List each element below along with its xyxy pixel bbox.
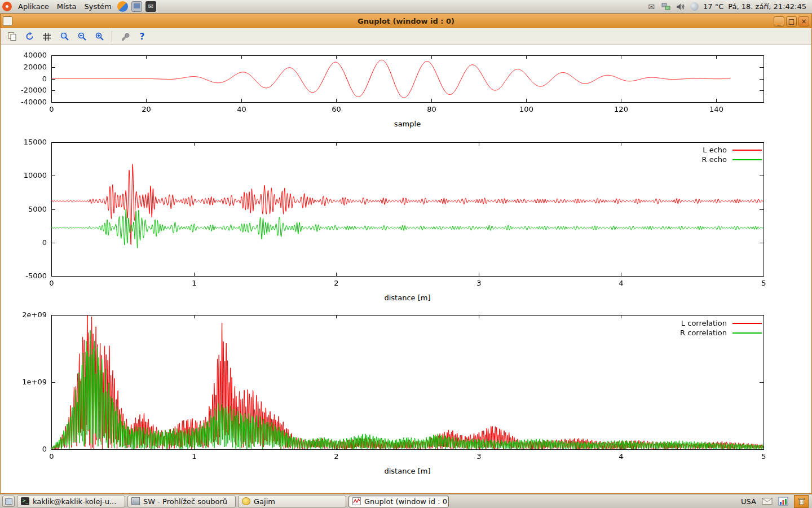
magnifier-icon bbox=[60, 32, 69, 41]
refresh-icon bbox=[25, 32, 34, 41]
top-panel: Aplikace Místa Systém ✉ ✉ bbox=[0, 0, 812, 14]
legend-label-r-echo: R echo bbox=[701, 155, 727, 164]
mail-status-icon[interactable]: ✉ bbox=[646, 2, 656, 11]
magnifier-previous-icon bbox=[77, 32, 87, 41]
window-controls: _ □ × bbox=[774, 16, 809, 27]
replot-button[interactable] bbox=[23, 30, 36, 43]
legend-label-l-correlation: L correlation bbox=[681, 319, 727, 327]
speaker-icon-svg bbox=[676, 3, 685, 11]
copy-icon bbox=[7, 32, 17, 41]
weather-icon[interactable] bbox=[690, 2, 699, 11]
network-icon-svg bbox=[661, 3, 670, 11]
task-button-file-browser[interactable]: SW - Prohlížeč souborů bbox=[127, 496, 236, 507]
mail-launcher-icon[interactable]: ✉ bbox=[145, 1, 156, 12]
legend-label-r-correlation: R correlation bbox=[680, 329, 727, 337]
legend-line-r-echo bbox=[732, 159, 762, 160]
help-icon: ? bbox=[139, 31, 144, 42]
zoom-button[interactable] bbox=[58, 30, 71, 43]
task-label: Gnuplot (window id : 0) bbox=[364, 497, 449, 506]
menu-applications[interactable]: Aplikace bbox=[14, 1, 53, 12]
toolbar-separator bbox=[112, 31, 112, 42]
task-label: Gajim bbox=[254, 497, 275, 506]
trash-applet[interactable] bbox=[794, 495, 809, 508]
task-button-gnuplot[interactable]: Gnuplot (window id : 0) bbox=[348, 496, 449, 507]
ubuntu-logo-icon[interactable] bbox=[2, 2, 12, 11]
waveform-xlabel: sample bbox=[51, 120, 764, 128]
magnifier-next-icon bbox=[95, 32, 104, 41]
grid-icon bbox=[42, 32, 51, 41]
display-launcher-icon[interactable] bbox=[131, 1, 142, 12]
bottom-taskbar: >_ kaklik@kaklik-kolej-u... SW - Prohlíž… bbox=[0, 494, 812, 508]
zoom-next-button[interactable] bbox=[92, 30, 106, 43]
menu-applications-label: Aplikace bbox=[18, 2, 49, 11]
minimize-button[interactable]: _ bbox=[774, 16, 784, 27]
gnuplot-window: Gnuplot (window id : 0) _ □ × bbox=[0, 14, 812, 494]
monitor-applet-icon[interactable] bbox=[778, 497, 788, 506]
task-label: SW - Prohlížeč souborů bbox=[143, 497, 227, 506]
legend-row: L correlation bbox=[680, 318, 762, 328]
keyboard-layout-indicator[interactable]: USA bbox=[741, 497, 756, 506]
correlation-plot-legend: L correlation R correlation bbox=[680, 318, 762, 338]
menu-places[interactable]: Místa bbox=[53, 1, 81, 12]
terminal-icon: >_ bbox=[21, 497, 29, 505]
configure-button[interactable] bbox=[118, 30, 131, 43]
echo-xlabel: distance [m] bbox=[51, 294, 764, 302]
legend-line-l-echo bbox=[732, 150, 762, 151]
maximize-button[interactable]: □ bbox=[786, 16, 797, 27]
menu-places-label: Místa bbox=[57, 2, 77, 11]
panel-tray: ✉ 17 °C Pá, 18. září, 21:42:45 bbox=[646, 2, 810, 11]
legend-line-r-correlation bbox=[732, 332, 762, 334]
volume-icon[interactable] bbox=[676, 2, 686, 11]
legend-row: R echo bbox=[701, 155, 762, 164]
gnuplot-task-icon bbox=[352, 497, 361, 505]
file-browser-icon bbox=[131, 497, 140, 505]
gnuplot-toolbar: ? bbox=[1, 28, 811, 45]
trash-icon bbox=[798, 497, 805, 505]
task-label: kaklik@kaklik-kolej-u... bbox=[33, 497, 116, 506]
legend-line-l-correlation bbox=[732, 323, 762, 324]
legend-row: R correlation bbox=[680, 328, 762, 338]
copy-to-clipboard-button[interactable] bbox=[5, 30, 19, 43]
wrench-icon bbox=[120, 32, 130, 41]
desktop: Aplikace Místa Systém ✉ ✉ bbox=[0, 0, 812, 508]
mail-tray-icon[interactable] bbox=[762, 497, 773, 505]
legend-label-l-echo: L echo bbox=[703, 146, 727, 154]
waveform-plot-canvas[interactable] bbox=[1, 51, 812, 116]
window-titlebar[interactable]: Gnuplot (window id : 0) _ □ × bbox=[1, 14, 811, 28]
close-button[interactable]: × bbox=[798, 16, 809, 27]
window-title: Gnuplot (window id : 0) bbox=[1, 17, 811, 25]
menu-system[interactable]: Systém bbox=[80, 1, 115, 12]
menu-system-label: Systém bbox=[84, 2, 111, 11]
plot-area: sample L echo R echo distance [m] L corr… bbox=[1, 46, 811, 493]
toggle-grid-button[interactable] bbox=[40, 30, 54, 43]
correlation-xlabel: distance [m] bbox=[51, 467, 764, 475]
clock-applet[interactable]: Pá, 18. září, 21:42:45 bbox=[728, 2, 806, 11]
temperature-applet[interactable]: 17 °C bbox=[703, 2, 723, 11]
echo-plot-legend: L echo R echo bbox=[701, 145, 762, 164]
firefox-launcher-icon[interactable] bbox=[117, 1, 128, 12]
task-button-terminal[interactable]: >_ kaklik@kaklik-kolej-u... bbox=[17, 496, 125, 507]
zoom-previous-button[interactable] bbox=[75, 30, 89, 43]
network-status-icon[interactable] bbox=[661, 2, 671, 11]
echo-plot-canvas[interactable] bbox=[1, 138, 812, 291]
help-button[interactable]: ? bbox=[135, 30, 149, 43]
legend-row: L echo bbox=[701, 145, 762, 155]
task-button-gajim[interactable]: Gajim bbox=[238, 496, 346, 507]
taskbar-right: USA bbox=[741, 495, 810, 508]
gnuplot-mini-plot bbox=[353, 498, 360, 505]
show-desktop-button[interactable] bbox=[2, 496, 15, 507]
gajim-icon bbox=[242, 497, 250, 505]
